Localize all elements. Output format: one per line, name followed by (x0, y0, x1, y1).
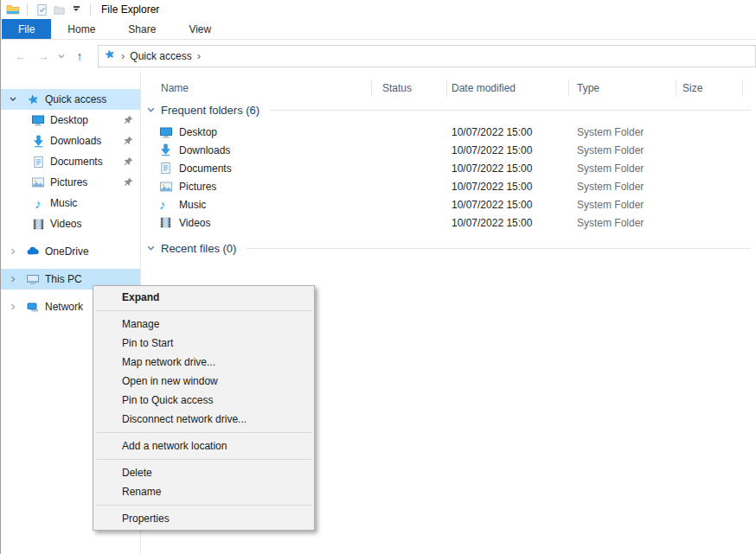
sidebar-group-gap (1, 234, 140, 241)
sidebar-item-pictures[interactable]: Pictures (1, 172, 140, 193)
chevron-down-icon[interactable] (8, 95, 18, 104)
tab-file[interactable]: File (2, 19, 51, 39)
sidebar-item-label: This PC (45, 273, 82, 285)
desktop-icon (30, 113, 46, 127)
sidebar-item-desktop[interactable]: Desktop (1, 110, 140, 131)
desktop-icon (159, 125, 173, 142)
chevron-right-icon[interactable] (8, 247, 18, 256)
table-row-desktop[interactable]: Desktop 10/07/2022 15:00 System Folder (141, 124, 756, 142)
row-type: System Folder (577, 126, 644, 138)
sidebar-item-documents[interactable]: Documents (1, 151, 140, 172)
customize-toolbar-dropdown-icon[interactable] (67, 1, 85, 18)
sidebar-item-onedrive[interactable]: OneDrive (1, 241, 140, 262)
row-type: System Folder (577, 144, 644, 156)
videos-icon (30, 218, 46, 231)
breadcrumb-chevron-icon[interactable]: › (197, 49, 201, 62)
onedrive-icon (25, 245, 41, 258)
sidebar-group-gap (1, 262, 140, 269)
column-divider[interactable] (446, 80, 447, 97)
sidebar-item-label: Videos (50, 218, 81, 230)
column-header-size[interactable]: Size (682, 82, 702, 94)
menu-item-disconnect-network-drive[interactable]: Disconnect network drive... (93, 410, 314, 429)
row-type: System Folder (577, 181, 644, 193)
new-folder-icon[interactable] (50, 1, 67, 18)
table-row-pictures[interactable]: Pictures 10/07/2022 15:00 System Folder (141, 178, 756, 196)
row-date-modified: 10/07/2022 15:00 (452, 199, 532, 211)
pictures-icon (159, 180, 173, 196)
back-icon[interactable]: ← (10, 49, 32, 63)
menu-item-pin-to-start[interactable]: Pin to Start (93, 334, 314, 353)
up-icon[interactable]: ↑ (68, 49, 91, 63)
menu-separator (96, 432, 311, 433)
row-date-modified: 10/07/2022 15:00 (452, 217, 532, 229)
sidebar-item-label: Desktop (50, 114, 88, 126)
column-header-name[interactable]: Name (161, 82, 189, 94)
table-row-downloads[interactable]: Downloads 10/07/2022 15:00 System Folder (141, 142, 756, 160)
row-name: Documents (179, 162, 232, 175)
file-explorer-icon (4, 1, 22, 18)
menu-item-manage[interactable]: Manage (93, 315, 314, 334)
pin-icon (123, 156, 133, 169)
menu-separator (96, 505, 311, 506)
recent-locations-chevron-icon[interactable] (54, 52, 68, 60)
column-divider[interactable] (676, 80, 676, 97)
breadcrumb-chevron-icon[interactable]: › (121, 49, 125, 62)
chevron-down-icon (146, 244, 156, 253)
row-type: System Folder (577, 217, 644, 229)
toolbar-separator (27, 3, 28, 16)
table-row-music[interactable]: ♪ Music 10/07/2022 15:00 System Folder (141, 196, 756, 214)
chevron-right-icon[interactable] (8, 275, 18, 283)
title-bar: File Explorer (1, 0, 756, 19)
table-row-videos[interactable]: Videos 10/07/2022 15:00 System Folder (141, 214, 756, 232)
group-header-recent-files[interactable]: Recent files (0) (141, 238, 756, 258)
column-header-row: Name Status Date modified Type Size (141, 79, 756, 99)
tab-home[interactable]: Home (51, 19, 112, 39)
column-header-date-modified[interactable]: Date modified (452, 82, 516, 94)
documents-icon (30, 156, 46, 169)
sidebar-item-downloads[interactable]: Downloads (1, 131, 140, 151)
row-date-modified: 10/07/2022 15:00 (452, 181, 532, 193)
row-name: Downloads (179, 144, 230, 156)
menu-item-rename[interactable]: Rename (93, 482, 314, 501)
videos-icon (159, 216, 172, 232)
downloads-icon (30, 135, 46, 148)
chevron-right-icon[interactable] (8, 302, 18, 311)
row-date-modified: 10/07/2022 15:00 (452, 126, 532, 138)
forward-icon[interactable]: → (32, 49, 54, 63)
menu-item-properties[interactable]: Properties (93, 509, 314, 528)
group-header-label: Frequent folders (6) (161, 104, 259, 117)
menu-item-expand[interactable]: Expand (93, 288, 314, 307)
row-date-modified: 10/07/2022 15:00 (452, 162, 532, 175)
table-row-documents[interactable]: Documents 10/07/2022 15:00 System Folder (141, 160, 756, 178)
menu-item-open-in-new-window[interactable]: Open in new window (93, 372, 314, 391)
menu-item-map-network-drive[interactable]: Map network drive... (93, 353, 314, 372)
this-pc-icon (25, 272, 41, 286)
quick-access-star-icon (104, 48, 116, 63)
sidebar-item-videos[interactable]: Videos (1, 213, 140, 234)
column-header-status[interactable]: Status (382, 82, 412, 94)
sidebar-item-label: Downloads (50, 135, 101, 147)
address-bar[interactable]: › Quick access › (98, 45, 756, 67)
tab-view[interactable]: View (172, 19, 227, 39)
group-header-label: Recent files (0) (161, 242, 236, 255)
properties-quick-icon[interactable] (33, 1, 50, 18)
network-icon (25, 300, 41, 314)
column-header-type[interactable]: Type (577, 82, 599, 94)
sidebar-item-label: OneDrive (45, 245, 89, 258)
downloads-icon (159, 143, 172, 159)
breadcrumb-quick-access[interactable]: Quick access (130, 50, 191, 62)
sidebar-item-label: Documents (50, 156, 103, 168)
column-divider[interactable] (568, 80, 569, 97)
frequent-folders-rows: Desktop 10/07/2022 15:00 System Folder D… (141, 124, 756, 232)
column-divider[interactable] (742, 80, 743, 97)
sidebar-item-music[interactable]: ♪ Music (1, 193, 140, 213)
group-header-frequent-folders[interactable]: Frequent folders (6) (141, 99, 756, 120)
menu-item-pin-to-quick-access[interactable]: Pin to Quick access (93, 391, 314, 410)
column-divider[interactable] (371, 80, 372, 97)
sidebar-item-label: Music (50, 197, 77, 209)
menu-item-delete[interactable]: Delete (93, 463, 314, 482)
menu-item-add-a-network-location[interactable]: Add a network location (93, 436, 314, 455)
tab-share[interactable]: Share (112, 19, 172, 39)
pin-icon (123, 115, 133, 128)
sidebar-item-quick-access[interactable]: Quick access (1, 89, 140, 110)
